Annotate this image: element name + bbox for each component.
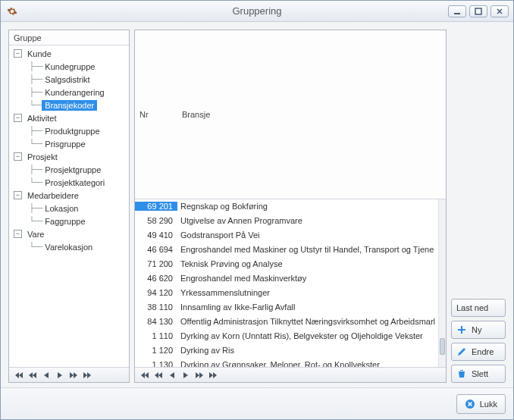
scrollbar[interactable] (438, 199, 446, 368)
tree-item-label: Prosjektgruppe (42, 165, 104, 175)
tree-group[interactable]: −Kunde (9, 47, 129, 60)
tree-item[interactable]: ├── Salgsdistrikt (9, 73, 129, 86)
nav-last-icon[interactable] (206, 370, 220, 381)
nav-prev-icon[interactable] (39, 370, 53, 381)
edit-button[interactable]: Endre (451, 343, 506, 361)
table-row[interactable]: 46 620Engroshandel med Maskinverktøy (135, 271, 438, 286)
tree-item-label: Lokasjon (42, 203, 81, 214)
cell-nr: 84 130 (135, 317, 177, 326)
window: Gruppering Gruppe −Kunde ├── Kundegruppe… (0, 0, 514, 420)
list-panel: Nr Bransje 69 201Regnskap og Bokføring58… (134, 30, 447, 383)
close-dialog-button[interactable]: Lukk (456, 394, 506, 414)
tree-item-label: Salgsdistrikt (42, 74, 92, 85)
nav-prevpage-icon[interactable] (26, 370, 39, 381)
nav-nextpage-icon[interactable] (67, 370, 80, 381)
nav-first-icon[interactable] (138, 370, 152, 381)
tree-connector: ├── (12, 165, 42, 174)
nav-prevpage-icon[interactable] (152, 370, 165, 381)
tree-item[interactable]: ├── Kunderangering (9, 86, 129, 99)
collapse-icon[interactable]: − (14, 191, 22, 199)
table-row[interactable]: 69 201Regnskap og Bokføring (135, 199, 438, 214)
tree-group-label: Vare (24, 229, 47, 240)
tree-item[interactable]: ├── Lokasjon (9, 202, 129, 215)
collapse-icon[interactable]: − (14, 49, 22, 58)
cell-nr: 38 110 (135, 302, 177, 312)
table-row[interactable]: 46 694Engroshandel med Maskiner og Utsty… (135, 243, 438, 257)
tree-item-label: Faggruppe (42, 216, 88, 227)
edit-label: Endre (472, 347, 494, 356)
cell-nr: 58 290 (135, 216, 177, 225)
tree-item-label: Bransjekoder (42, 100, 97, 111)
table-row[interactable]: 1 130Dyrking av Grønnsaker, Meloner, Rot… (135, 358, 438, 368)
tree-item[interactable]: ├── Prosjektgruppe (9, 163, 129, 176)
cell-nr: 49 410 (135, 230, 177, 240)
table-row[interactable]: 38 110Innsamling av Ikke-Farlig Avfall (135, 300, 438, 315)
nav-first-icon[interactable] (12, 370, 26, 381)
close-button[interactable] (490, 5, 509, 17)
table-row[interactable]: 94 120Yrkessammenslutninger (135, 286, 438, 300)
cell-bransje: Godstransport På Vei (177, 230, 438, 240)
delete-button[interactable]: Slett (451, 365, 506, 383)
collapse-icon[interactable]: − (14, 152, 22, 161)
tree-header: Gruppe (9, 30, 129, 45)
new-button[interactable]: Ny (451, 321, 506, 339)
table-row[interactable]: 84 130Offentlig Administrasjon Tilknytte… (135, 315, 438, 329)
tree[interactable]: −Kunde ├── Kundegruppe ├── Salgsdistrikt… (9, 45, 129, 367)
nav-next-icon[interactable] (53, 370, 67, 381)
svg-rect-1 (475, 8, 481, 14)
table-row[interactable]: 49 410Godstransport På Vei (135, 228, 438, 243)
cell-bransje: Engroshandel med Maskinverktøy (177, 274, 438, 283)
tree-panel: Gruppe −Kunde ├── Kundegruppe ├── Salgsd… (8, 30, 130, 383)
tree-item[interactable]: └── Faggruppe (9, 215, 129, 227)
tree-item-label: Prisgruppe (42, 139, 88, 149)
tree-item[interactable]: └── Varelokasjon (9, 240, 129, 253)
list[interactable]: 69 201Regnskap og Bokføring58 290Utgivel… (135, 199, 446, 368)
tree-item[interactable]: ├── Kundegruppe (9, 60, 129, 73)
download-button[interactable]: Last ned (451, 299, 506, 317)
tree-group[interactable]: −Medarbeidere (9, 189, 129, 202)
tree-group[interactable]: −Vare (9, 227, 129, 240)
tree-item[interactable]: ├── Produktgruppe (9, 124, 129, 137)
col-nr[interactable]: Nr (135, 110, 177, 119)
gear-icon[interactable] (7, 6, 17, 17)
scrollbar-thumb[interactable] (440, 338, 445, 355)
nav-next-icon[interactable] (179, 370, 193, 381)
tree-group-label: Prosjekt (24, 152, 61, 162)
tree-item[interactable]: └── Prosjektkategori (9, 176, 129, 189)
nav-nextpage-icon[interactable] (193, 370, 206, 381)
list-nav (135, 367, 446, 382)
window-controls (448, 5, 509, 17)
close-circle-icon (465, 399, 475, 409)
table-row[interactable]: 71 200Teknisk Prøving og Analyse (135, 257, 438, 271)
tree-group[interactable]: −Prosjekt (9, 150, 129, 163)
side-buttons: Last ned Ny Endre Slett (451, 30, 506, 383)
trash-icon (456, 368, 467, 379)
maximize-button[interactable] (469, 5, 487, 17)
collapse-icon[interactable]: − (14, 114, 22, 122)
nav-last-icon[interactable] (80, 370, 94, 381)
cell-nr: 69 201 (135, 202, 177, 211)
tree-item[interactable]: └── Bransjekoder (9, 99, 129, 111)
cell-bransje: Offentlig Administrasjon Tilknyttet Næri… (177, 317, 438, 326)
plus-icon (456, 324, 467, 335)
tree-connector: └── (12, 177, 42, 187)
cell-nr: 71 200 (135, 259, 177, 268)
table-row[interactable]: 1 120Dyrking av Ris (135, 343, 438, 358)
tree-item[interactable]: └── Prisgruppe (9, 137, 129, 150)
tree-group-label: Aktivitet (24, 113, 60, 124)
titlebar: Gruppering (1, 1, 513, 22)
collapse-icon[interactable]: − (14, 230, 22, 238)
tree-connector: ├── (12, 74, 42, 84)
tree-connector: └── (12, 242, 42, 252)
tree-connector: ├── (12, 87, 42, 97)
delete-label: Slett (472, 369, 488, 378)
table-row[interactable]: 1 110Dyrking av Korn (Unntatt Ris), Belg… (135, 329, 438, 343)
tree-connector: ├── (12, 61, 42, 71)
tree-connector: └── (12, 100, 42, 110)
tree-group[interactable]: −Aktivitet (9, 111, 129, 124)
minimize-button[interactable] (448, 5, 466, 17)
col-bransje[interactable]: Bransje (177, 110, 446, 119)
cell-nr: 1 110 (135, 331, 177, 340)
table-row[interactable]: 58 290Utgivelse av Annen Programvare (135, 214, 438, 228)
nav-prev-icon[interactable] (165, 370, 179, 381)
